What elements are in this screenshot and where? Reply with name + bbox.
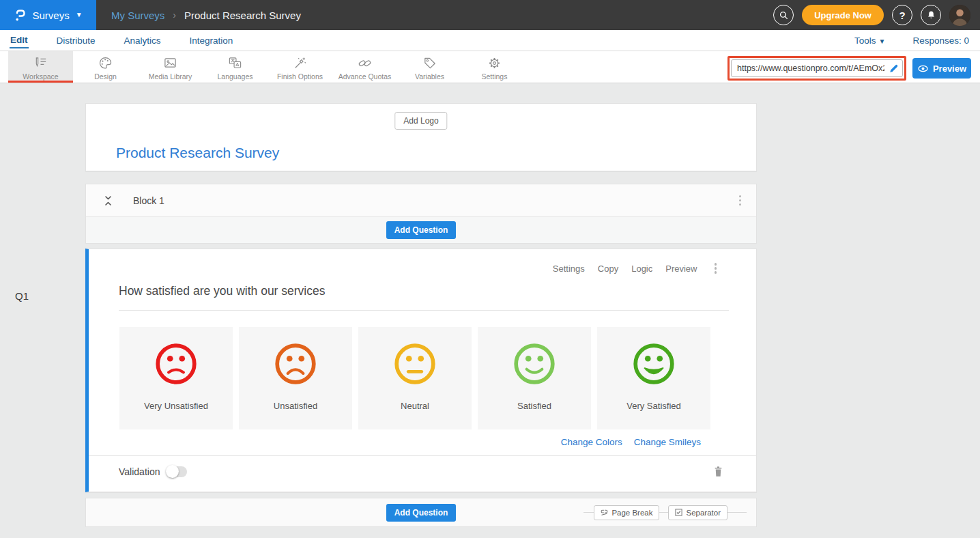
toolbar-item-variables[interactable]: Variables xyxy=(397,51,462,83)
toolbar-item-finish-options[interactable]: Finish Options xyxy=(268,51,332,83)
preview-button[interactable]: Preview xyxy=(912,58,971,79)
separator-button[interactable]: Separator xyxy=(668,505,727,520)
languages-icon xyxy=(228,56,242,70)
variables-icon xyxy=(422,56,437,70)
toolbar-item-label: Design xyxy=(94,72,117,81)
smiley-option-label: Unsatisfied xyxy=(239,401,352,411)
question-text[interactable]: How satisfied are you with our services xyxy=(119,283,729,311)
delete-question-button[interactable] xyxy=(713,466,723,477)
toolbar-item-advance-quotas[interactable]: Advance Quotas xyxy=(332,51,397,83)
question-logic-link[interactable]: Logic xyxy=(631,264,652,274)
chevron-down-icon: ▼ xyxy=(76,12,83,18)
notifications-button[interactable] xyxy=(921,5,941,25)
validation-label: Validation xyxy=(119,466,160,477)
page-break-separator-controls: Page Break Separator xyxy=(583,505,747,520)
user-avatar[interactable] xyxy=(949,5,970,26)
toolbar-item-media-library[interactable]: Media Library xyxy=(138,51,203,83)
block-header: Block 1 xyxy=(86,184,756,217)
question-card: SettingsCopyLogicPreview How satisfied a… xyxy=(85,249,757,492)
tools-menu[interactable]: Tools▼ xyxy=(854,36,885,46)
smiley-option-neutral[interactable]: Neutral xyxy=(358,327,472,429)
toolbar-item-label: Languages xyxy=(218,72,253,81)
validation-toggle[interactable] xyxy=(167,466,187,477)
eye-icon xyxy=(917,64,929,73)
search-button[interactable] xyxy=(773,5,794,25)
question-mark-icon: ? xyxy=(899,10,905,21)
breadcrumb-separator-icon: › xyxy=(173,10,176,20)
product-switcher-label: Surveys xyxy=(32,10,69,21)
person-icon xyxy=(949,5,970,26)
top-header: Surveys ▼ My Surveys › Product Research … xyxy=(0,0,980,30)
smiley-option-label: Very Unsatisfied xyxy=(119,401,233,411)
trash-icon xyxy=(713,466,723,477)
edit-url-button[interactable] xyxy=(889,63,899,73)
block-menu-button[interactable] xyxy=(735,193,746,209)
question-menu: SettingsCopyLogicPreview xyxy=(89,263,756,274)
toolbar-item-label: Variables xyxy=(415,72,444,81)
tab-distribute[interactable]: Distribute xyxy=(56,33,96,48)
breadcrumb-current: Product Research Survey xyxy=(184,10,301,21)
change-colors-link[interactable]: Change Colors xyxy=(561,437,622,447)
add-logo-button[interactable]: Add Logo xyxy=(394,112,447,130)
nav-right: Tools▼ Responses: 0 xyxy=(854,36,969,46)
help-button[interactable]: ? xyxy=(892,5,912,25)
design-icon xyxy=(98,56,113,70)
block-footer-row: Add Question Page Break Separator xyxy=(85,498,757,527)
smiley-option-label: Satisfied xyxy=(478,401,591,411)
settings-icon xyxy=(487,56,502,70)
toolbar-item-label: Media Library xyxy=(149,72,192,81)
change-smileys-link[interactable]: Change Smileys xyxy=(634,437,701,447)
workspace-icon xyxy=(33,56,48,70)
toolbar-item-workspace[interactable]: Workspace xyxy=(8,51,73,83)
media-library-icon xyxy=(163,56,177,70)
smiley-option-very-satisfied[interactable]: Very Satisfied xyxy=(597,327,710,429)
page-break-button[interactable]: Page Break xyxy=(594,505,659,520)
smiley-option-very-unsatisfied[interactable]: Very Unsatisfied xyxy=(119,327,233,429)
smiley-options: Very UnsatisfiedUnsatisfiedNeutralSatisf… xyxy=(119,327,756,429)
toolbar-right: Preview xyxy=(727,56,971,81)
validation-row: Validation xyxy=(89,455,756,487)
pencil-icon xyxy=(889,63,899,73)
responses-count: Responses: 0 xyxy=(912,36,969,46)
breadcrumb-my-surveys[interactable]: My Surveys xyxy=(111,10,164,21)
toolbar-item-label: Advance Quotas xyxy=(338,72,392,81)
collapse-block-button[interactable] xyxy=(103,195,113,206)
survey-url-input[interactable] xyxy=(731,59,903,77)
toolbar-item-languages[interactable]: Languages xyxy=(203,51,268,83)
add-question-button-bottom[interactable]: Add Question xyxy=(386,504,457,522)
smiley-neutral-icon xyxy=(392,341,437,429)
chevron-down-icon: ▼ xyxy=(879,38,886,45)
smiley-option-label: Neutral xyxy=(358,401,472,411)
smiley-option-satisfied[interactable]: Satisfied xyxy=(478,327,591,429)
checkbox-checked-icon xyxy=(675,509,682,516)
tab-integration[interactable]: Integration xyxy=(189,33,234,48)
smiley-option-label: Very Satisfied xyxy=(597,401,710,411)
product-switcher[interactable]: Surveys ▼ xyxy=(0,0,96,30)
survey-title-card: Add Logo Product Research Survey xyxy=(85,103,757,171)
toolbar-item-label: Finish Options xyxy=(277,72,323,81)
question-more-button[interactable] xyxy=(710,260,721,277)
toolbar-item-design[interactable]: Design xyxy=(73,51,138,83)
question-copy-link[interactable]: Copy xyxy=(598,264,618,274)
block-title: Block 1 xyxy=(133,195,164,206)
smiley-very-satisfied-icon xyxy=(631,341,676,429)
question-preview-link[interactable]: Preview xyxy=(665,264,697,274)
nav-tabs: EditDistributeAnalyticsIntegration xyxy=(10,32,261,48)
upgrade-now-button[interactable]: Upgrade Now xyxy=(802,5,884,25)
question-number-label: Q1 xyxy=(15,290,29,302)
toolbar-item-settings[interactable]: Settings xyxy=(462,51,527,83)
survey-title: Product Research Survey xyxy=(116,145,279,161)
block-card: Block 1 Add Question xyxy=(85,184,757,244)
header-actions: Upgrade Now ? xyxy=(773,5,980,26)
survey-url-highlight-box xyxy=(727,56,906,81)
collapse-vertical-icon xyxy=(103,195,113,206)
tab-analytics[interactable]: Analytics xyxy=(124,33,162,48)
question-settings-link[interactable]: Settings xyxy=(553,264,585,274)
survey-main-nav: EditDistributeAnalyticsIntegration Tools… xyxy=(0,30,980,51)
bell-icon xyxy=(926,10,936,20)
smiley-unsatisfied-icon xyxy=(273,341,318,429)
smiley-customize-links: Change Colors Change Smileys xyxy=(89,437,756,447)
smiley-option-unsatisfied[interactable]: Unsatisfied xyxy=(239,327,352,429)
add-question-button[interactable]: Add Question xyxy=(386,221,457,239)
tab-edit[interactable]: Edit xyxy=(10,32,29,48)
